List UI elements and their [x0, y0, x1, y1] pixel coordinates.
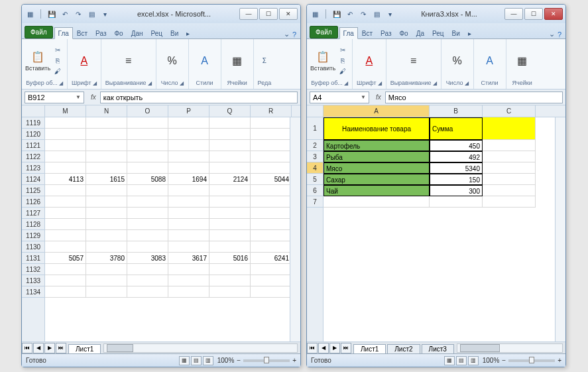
formula-input[interactable]: Мясо	[385, 92, 563, 103]
maximize-button[interactable]: ☐	[524, 8, 543, 20]
cell[interactable]	[127, 230, 168, 241]
zoom-out-icon[interactable]: −	[237, 357, 241, 364]
row-header[interactable]: 7	[307, 196, 323, 208]
vertical-scrollbar[interactable]	[555, 117, 565, 341]
cell[interactable]	[168, 241, 209, 253]
cell[interactable]	[251, 230, 292, 241]
cell[interactable]	[127, 275, 168, 286]
row-header[interactable]: 1133	[22, 275, 44, 286]
zoom-label[interactable]: 100%	[217, 357, 235, 364]
cell[interactable]	[209, 151, 251, 162]
sheet-nav-next[interactable]: ▶	[44, 343, 55, 353]
zoom-out-icon[interactable]: −	[502, 357, 506, 364]
cell[interactable]: 1694	[168, 174, 209, 185]
zoom-slider[interactable]	[508, 359, 555, 362]
tab-home[interactable]: Гла	[54, 27, 73, 39]
cell[interactable]	[86, 275, 127, 286]
sheet-nav-first[interactable]: ⏮	[307, 343, 318, 353]
minimize-button[interactable]: —	[239, 8, 258, 20]
horizontal-scrollbar[interactable]	[103, 343, 298, 353]
view-layout-icon[interactable]: ▤	[191, 356, 202, 365]
col-header[interactable]: Q	[209, 105, 251, 117]
cells[interactable]: 4113161550881694212450445057378030833617…	[45, 117, 300, 298]
close-button[interactable]: ✕	[544, 8, 563, 20]
cell[interactable]: 5088	[127, 174, 168, 185]
cell[interactable]: 450	[430, 140, 483, 151]
fx-icon[interactable]: fx	[87, 93, 100, 101]
cell[interactable]	[86, 208, 127, 219]
cell[interactable]	[45, 286, 86, 298]
cell[interactable]	[251, 162, 292, 174]
paste-button[interactable]: 📋 Вставить	[311, 47, 335, 75]
col-header[interactable]: A	[323, 105, 430, 117]
col-header[interactable]: N	[86, 105, 127, 117]
tab-layout[interactable]: Раз	[91, 27, 110, 38]
cell[interactable]	[209, 208, 251, 219]
cell[interactable]	[168, 219, 209, 230]
view-break-icon[interactable]: ▥	[203, 356, 213, 365]
cell[interactable]	[251, 275, 292, 286]
cell[interactable]	[45, 162, 86, 174]
col-header[interactable]: B	[430, 105, 483, 117]
cell[interactable]	[251, 151, 292, 162]
cell[interactable]	[483, 196, 536, 208]
row-header[interactable]: 1119	[22, 117, 44, 129]
cell[interactable]: Картофель	[323, 140, 430, 151]
cell[interactable]	[45, 230, 86, 241]
cell[interactable]: 2124	[209, 174, 251, 185]
sheet-nav-last[interactable]: ⏭	[341, 343, 351, 353]
save-icon[interactable]: 💾	[46, 9, 57, 19]
cell[interactable]: Наименование товара	[323, 117, 430, 140]
cell[interactable]	[430, 196, 483, 208]
titlebar[interactable]: ▦ 💾 ↶ ↷ ▤ ▾ Книга3.xlsx - M... — ☐ ✕	[307, 5, 565, 23]
row-header[interactable]: 5	[307, 174, 323, 185]
cell[interactable]	[209, 230, 251, 241]
cell[interactable]	[251, 286, 292, 298]
sheet-nav-prev[interactable]: ◀	[33, 343, 44, 353]
tab-view[interactable]: Ви	[166, 27, 182, 38]
row-header[interactable]: 6	[307, 185, 323, 196]
dialog-launcher-icon[interactable]: ◢	[59, 80, 63, 86]
format-painter-icon[interactable]: 🖌	[337, 67, 348, 76]
cell[interactable]	[168, 151, 209, 162]
cell[interactable]	[45, 219, 86, 230]
redo-icon[interactable]: ↷	[73, 9, 84, 19]
ribbon-collapse-icon[interactable]: ⌄	[549, 30, 555, 38]
tab-formulas[interactable]: Фо	[395, 27, 412, 38]
tab-insert[interactable]: Вст	[358, 27, 377, 38]
undo-icon[interactable]: ↶	[345, 9, 355, 19]
cell[interactable]	[323, 196, 430, 208]
cell[interactable]	[45, 264, 86, 275]
tab-data[interactable]: Дан	[127, 27, 147, 38]
close-button[interactable]: ✕	[279, 8, 298, 20]
cell[interactable]	[168, 185, 209, 196]
cell[interactable]	[168, 230, 209, 241]
copy-icon[interactable]: ⎘	[337, 56, 348, 66]
cell[interactable]	[127, 196, 168, 208]
cell[interactable]	[251, 264, 292, 275]
new-icon[interactable]: ▤	[86, 9, 97, 19]
cell[interactable]	[86, 264, 127, 275]
cell[interactable]	[127, 208, 168, 219]
cell[interactable]	[45, 196, 86, 208]
cell[interactable]	[483, 151, 536, 162]
maximize-button[interactable]: ☐	[259, 8, 278, 20]
tab-view[interactable]: Ви	[448, 27, 464, 38]
sheet-tab[interactable]: Лист1	[68, 344, 101, 353]
cell[interactable]	[45, 151, 86, 162]
row-header[interactable]: 1123	[22, 162, 44, 174]
cell[interactable]	[86, 129, 127, 140]
col-header[interactable]: P	[168, 105, 209, 117]
copy-icon[interactable]: ⎘	[52, 56, 63, 66]
row-header[interactable]: 1127	[22, 208, 44, 219]
cell[interactable]	[209, 275, 251, 286]
cut-icon[interactable]: ✂	[52, 46, 63, 55]
cell[interactable]: 1615	[86, 174, 127, 185]
zoom-label[interactable]: 100%	[483, 357, 500, 364]
cell[interactable]: 150	[430, 174, 483, 185]
cell[interactable]	[45, 241, 86, 253]
cell[interactable]	[209, 241, 251, 253]
cell[interactable]	[127, 286, 168, 298]
cell[interactable]	[483, 174, 536, 185]
horizontal-scrollbar[interactable]	[457, 343, 563, 353]
